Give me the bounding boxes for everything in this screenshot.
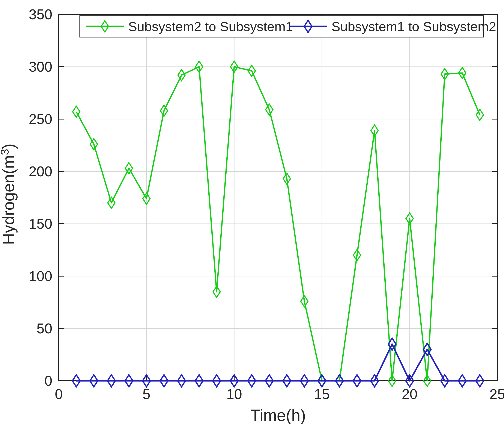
- x-tick-label: 20: [402, 386, 417, 402]
- hydrogen-exchange-chart: 0510152025050100150200250300350Time(h)Hy…: [0, 0, 504, 428]
- x-tick-label: 25: [489, 386, 504, 402]
- legend-label: Subsystem1 to Subsystem2: [331, 19, 496, 34]
- y-tick-label: 200: [29, 164, 52, 179]
- x-tick-label: 5: [143, 386, 151, 402]
- y-tick-label: 300: [29, 59, 52, 75]
- y-tick-label: 350: [29, 7, 52, 22]
- matlab-figure: 0510152025050100150200250300350Time(h)Hy…: [0, 0, 504, 428]
- x-axis-label: Time(h): [250, 406, 306, 424]
- legend: Subsystem2 to Subsystem1Subsystem1 to Su…: [80, 16, 496, 37]
- y-axis-label: Hydrogen(m3): [0, 144, 18, 245]
- y-tick-label: 150: [29, 216, 52, 232]
- y-tick-label: 100: [29, 268, 52, 284]
- y-tick-label: 0: [44, 373, 52, 389]
- x-tick-label: 10: [226, 386, 242, 402]
- y-tick-label: 250: [29, 111, 52, 127]
- x-tick-label: 15: [314, 386, 330, 402]
- y-tick-label: 50: [37, 321, 52, 336]
- legend-label: Subsystem2 to Subsystem1: [128, 19, 293, 34]
- x-tick-label: 0: [55, 386, 63, 402]
